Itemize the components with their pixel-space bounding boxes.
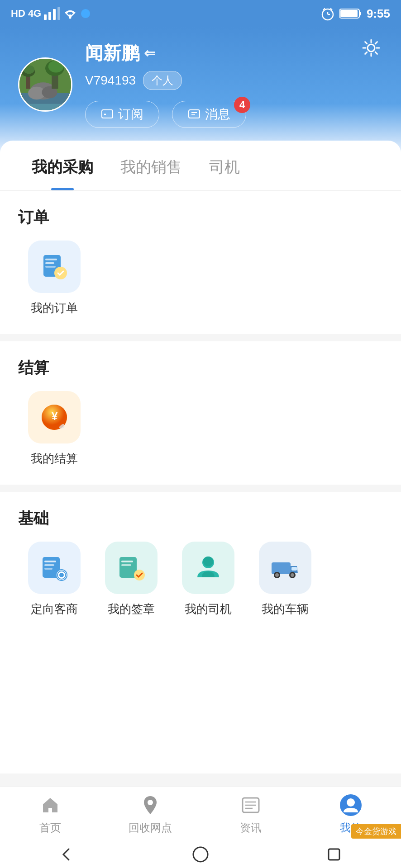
svg-rect-26 — [19, 104, 71, 110]
truck-item[interactable]: 我的车辆 — [249, 542, 321, 617]
svg-text:¥: ¥ — [52, 410, 58, 422]
svg-rect-12 — [340, 10, 358, 17]
nav-home[interactable]: 首页 — [14, 793, 86, 835]
settlement-title: 结算 — [18, 358, 383, 378]
action-buttons: 订阅 消息 4 — [85, 101, 383, 128]
truck-label: 我的车辆 — [262, 601, 309, 617]
svg-point-57 — [275, 573, 279, 577]
status-left: HD 4G — [11, 7, 91, 20]
driver-item[interactable]: 我的司机 — [172, 542, 244, 617]
svg-rect-54 — [272, 562, 291, 574]
svg-rect-42 — [44, 561, 56, 562]
driver-label: 我的司机 — [185, 601, 232, 617]
settings-button[interactable] — [359, 36, 383, 60]
avatar[interactable] — [18, 57, 72, 112]
svg-point-60 — [148, 800, 153, 805]
supplier-label: 定向客商 — [31, 601, 78, 617]
my-settlement-item[interactable]: ¥ 我的结算 — [18, 391, 91, 467]
svg-point-53 — [203, 557, 213, 566]
signature-icon-box — [105, 542, 158, 594]
recents-button[interactable] — [323, 843, 345, 866]
svg-rect-43 — [44, 564, 54, 566]
tab-driver[interactable]: 司机 — [196, 141, 253, 190]
svg-point-59 — [291, 573, 294, 577]
basic-title: 基础 — [18, 508, 383, 529]
profile-id: V794193 — [85, 73, 136, 88]
tab-sales[interactable]: 我的销售 — [107, 141, 196, 190]
svg-rect-3 — [57, 7, 60, 20]
back-button[interactable] — [56, 843, 78, 866]
news-icon — [239, 793, 263, 817]
home-button[interactable] — [189, 843, 212, 866]
location-icon — [138, 793, 162, 817]
order-section: 订单 我的订单 — [0, 191, 401, 321]
driver-icon-box — [182, 542, 234, 594]
my-order-item[interactable]: 我的订单 — [18, 241, 91, 316]
settlement-grid: ¥ 我的结算 — [18, 391, 383, 471]
basic-grid: 定向客商 我的签章 — [18, 542, 383, 622]
svg-rect-34 — [45, 259, 57, 260]
header-profile: 闻新鹏 ⇐ V794193 个人 订阅 — [0, 27, 401, 155]
supplier-item[interactable]: 定向客商 — [18, 542, 91, 617]
truck-icon-box — [259, 542, 311, 594]
signature-item[interactable]: 我的签章 — [95, 542, 167, 617]
my-order-label: 我的订单 — [31, 300, 78, 316]
signature-label: 我的签章 — [108, 601, 155, 617]
personal-badge: 个人 — [143, 71, 182, 90]
signal-icon — [44, 7, 60, 20]
home-icon — [38, 793, 62, 817]
svg-rect-30 — [189, 110, 200, 118]
order-grid: 我的订单 — [18, 241, 383, 321]
watermark: 今金贷游戏 — [351, 824, 401, 839]
svg-point-66 — [347, 798, 355, 807]
svg-point-22 — [48, 60, 64, 72]
edit-icon: ⇐ — [144, 45, 155, 61]
nav-recycling-label: 回收网点 — [129, 821, 172, 835]
nav-news[interactable]: 资讯 — [215, 793, 287, 835]
svg-rect-68 — [329, 849, 339, 860]
basic-section: 基础 定向客商 — [0, 492, 401, 622]
svg-rect-55 — [291, 567, 297, 571]
status-bar: HD 4G — [0, 0, 401, 27]
svg-point-14 — [368, 44, 375, 52]
status-right: 9:55 — [320, 5, 390, 22]
tab-purchase[interactable]: 我的采购 — [18, 141, 107, 190]
settlement-section: 结算 ¥ — [0, 341, 401, 471]
supplier-icon-box — [28, 542, 81, 594]
svg-rect-13 — [359, 12, 361, 15]
svg-rect-1 — [48, 12, 51, 20]
profile-id-row: V794193 个人 — [85, 71, 383, 90]
svg-point-46 — [59, 573, 64, 577]
wifi-icon — [63, 7, 77, 20]
profile-info: 闻新鹏 ⇐ V794193 个人 订阅 — [85, 41, 383, 128]
divider-1 — [0, 334, 401, 341]
svg-rect-36 — [45, 266, 56, 268]
hd-label: HD 4G — [11, 8, 41, 19]
svg-rect-49 — [121, 561, 133, 562]
bottom-nav: 首页 回收网点 资讯 — [0, 787, 401, 841]
my-settlement-icon-box: ¥ — [28, 391, 81, 443]
profile-name: 闻新鹏 ⇐ — [85, 41, 383, 66]
bottom-gestures — [0, 841, 401, 868]
user-icon — [339, 793, 363, 817]
my-order-icon-box — [28, 241, 81, 293]
nav-recycling[interactable]: 回收网点 — [114, 793, 186, 835]
svg-point-25 — [24, 65, 35, 74]
svg-point-67 — [193, 847, 208, 862]
svg-rect-50 — [121, 564, 131, 566]
nav-news-label: 资讯 — [240, 821, 262, 835]
main-card: 我的采购 我的销售 司机 订单 — [0, 141, 401, 774]
svg-rect-27 — [102, 110, 113, 118]
svg-point-4 — [69, 17, 72, 19]
time-display: 9:55 — [367, 7, 390, 21]
svg-rect-0 — [44, 14, 47, 20]
svg-rect-44 — [44, 568, 53, 570]
message-button[interactable]: 消息 4 — [172, 101, 246, 128]
divider-2 — [0, 485, 401, 492]
subscribe-button[interactable]: 订阅 — [85, 101, 159, 128]
message-badge: 4 — [234, 97, 250, 113]
alarm-icon — [320, 5, 336, 22]
indicator-icon — [80, 8, 91, 19]
svg-rect-2 — [53, 9, 56, 20]
tabs: 我的采购 我的销售 司机 — [0, 141, 401, 191]
